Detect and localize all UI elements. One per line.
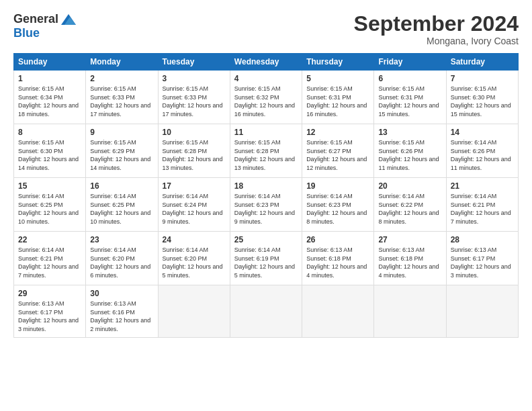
day-info: Sunrise: 6:14 AMSunset: 6:21 PMDaylight:… (451, 192, 514, 226)
calendar-table: Sunday Monday Tuesday Wednesday Thursday… (13, 53, 519, 337)
day-info: Sunrise: 6:15 AMSunset: 6:28 PMDaylight:… (234, 138, 298, 172)
day-info: Sunrise: 6:13 AMSunset: 6:18 PMDaylight:… (306, 246, 369, 279)
day-number: 8 (18, 128, 81, 137)
day-info: Sunrise: 6:15 AMSunset: 6:33 PMDaylight:… (90, 85, 153, 118)
day-info: Sunrise: 6:14 AMSunset: 6:20 PMDaylight:… (163, 246, 226, 279)
table-row (302, 285, 374, 337)
table-row: 1Sunrise: 6:15 AMSunset: 6:34 PMDaylight… (14, 71, 86, 124)
table-row: 21Sunrise: 6:14 AMSunset: 6:21 PMDayligh… (446, 178, 518, 232)
day-number: 6 (378, 74, 441, 83)
day-number: 24 (163, 235, 226, 244)
day-info: Sunrise: 6:15 AMSunset: 6:28 PMDaylight:… (163, 138, 226, 172)
calendar-week-row: 8Sunrise: 6:15 AMSunset: 6:30 PMDaylight… (14, 124, 519, 178)
day-info: Sunrise: 6:15 AMSunset: 6:32 PMDaylight:… (234, 85, 298, 118)
table-row: 22Sunrise: 6:14 AMSunset: 6:21 PMDayligh… (14, 232, 86, 285)
day-number: 21 (451, 181, 514, 191)
day-info: Sunrise: 6:14 AMSunset: 6:25 PMDaylight:… (90, 192, 153, 226)
table-row: 28Sunrise: 6:13 AMSunset: 6:17 PMDayligh… (446, 232, 518, 285)
table-row: 5Sunrise: 6:15 AMSunset: 6:31 PMDaylight… (302, 71, 374, 124)
day-number: 12 (306, 128, 369, 137)
logo-blue-text: Blue (13, 26, 40, 40)
day-info: Sunrise: 6:15 AMSunset: 6:31 PMDaylight:… (378, 85, 441, 118)
table-row: 17Sunrise: 6:14 AMSunset: 6:24 PMDayligh… (158, 178, 230, 232)
col-saturday: Saturday (446, 54, 518, 71)
day-number: 18 (234, 181, 298, 191)
day-info: Sunrise: 6:14 AMSunset: 6:24 PMDaylight:… (163, 192, 226, 226)
day-number: 4 (234, 74, 298, 83)
day-info: Sunrise: 6:15 AMSunset: 6:26 PMDaylight:… (378, 138, 441, 172)
table-row: 30Sunrise: 6:13 AMSunset: 6:16 PMDayligh… (86, 285, 158, 337)
day-info: Sunrise: 6:15 AMSunset: 6:29 PMDaylight:… (90, 138, 153, 172)
day-info: Sunrise: 6:15 AMSunset: 6:34 PMDaylight:… (18, 85, 81, 118)
table-row: 14Sunrise: 6:14 AMSunset: 6:26 PMDayligh… (446, 124, 518, 178)
month-title: September 2024 (354, 12, 519, 36)
title-block: September 2024 Mongana, Ivory Coast (354, 12, 519, 46)
day-number: 17 (163, 181, 226, 191)
table-row: 24Sunrise: 6:14 AMSunset: 6:20 PMDayligh… (158, 232, 230, 285)
col-sunday: Sunday (14, 54, 86, 71)
table-row (446, 285, 518, 337)
page: General Blue September 2024 Mongana, Ivo… (0, 0, 532, 411)
table-row: 13Sunrise: 6:15 AMSunset: 6:26 PMDayligh… (374, 124, 446, 178)
calendar-week-row: 29Sunrise: 6:13 AMSunset: 6:17 PMDayligh… (14, 285, 519, 337)
day-info: Sunrise: 6:14 AMSunset: 6:20 PMDaylight:… (90, 246, 153, 279)
col-wednesday: Wednesday (230, 54, 302, 71)
table-row (374, 285, 446, 337)
calendar-week-row: 1Sunrise: 6:15 AMSunset: 6:34 PMDaylight… (14, 71, 519, 124)
table-row: 19Sunrise: 6:14 AMSunset: 6:23 PMDayligh… (302, 178, 374, 232)
day-number: 19 (306, 181, 369, 191)
logo-icon (61, 14, 76, 25)
table-row: 26Sunrise: 6:13 AMSunset: 6:18 PMDayligh… (302, 232, 374, 285)
day-info: Sunrise: 6:15 AMSunset: 6:31 PMDaylight:… (306, 85, 369, 118)
day-info: Sunrise: 6:14 AMSunset: 6:22 PMDaylight:… (378, 192, 441, 226)
day-info: Sunrise: 6:14 AMSunset: 6:25 PMDaylight:… (18, 192, 81, 226)
table-row: 8Sunrise: 6:15 AMSunset: 6:30 PMDaylight… (14, 124, 86, 178)
table-row: 25Sunrise: 6:14 AMSunset: 6:19 PMDayligh… (230, 232, 302, 285)
day-info: Sunrise: 6:14 AMSunset: 6:26 PMDaylight:… (451, 138, 514, 172)
day-number: 2 (90, 74, 153, 83)
logo: General Blue (13, 12, 76, 40)
calendar-header-row: Sunday Monday Tuesday Wednesday Thursday… (14, 54, 519, 71)
day-number: 13 (378, 128, 441, 137)
table-row: 4Sunrise: 6:15 AMSunset: 6:32 PMDaylight… (230, 71, 302, 124)
table-row: 16Sunrise: 6:14 AMSunset: 6:25 PMDayligh… (86, 178, 158, 232)
day-number: 25 (234, 235, 298, 244)
table-row: 10Sunrise: 6:15 AMSunset: 6:28 PMDayligh… (158, 124, 230, 178)
day-number: 28 (451, 235, 514, 244)
col-friday: Friday (374, 54, 446, 71)
day-number: 10 (163, 128, 226, 137)
calendar-week-row: 22Sunrise: 6:14 AMSunset: 6:21 PMDayligh… (14, 232, 519, 285)
table-row: 3Sunrise: 6:15 AMSunset: 6:33 PMDaylight… (158, 71, 230, 124)
day-number: 15 (18, 181, 81, 191)
day-number: 23 (90, 235, 153, 244)
day-number: 20 (378, 181, 441, 191)
col-thursday: Thursday (302, 54, 374, 71)
day-number: 22 (18, 235, 81, 244)
day-info: Sunrise: 6:15 AMSunset: 6:30 PMDaylight:… (451, 85, 514, 118)
logo-general-text: General (13, 12, 58, 26)
day-info: Sunrise: 6:13 AMSunset: 6:17 PMDaylight:… (451, 246, 514, 279)
table-row: 18Sunrise: 6:14 AMSunset: 6:23 PMDayligh… (230, 178, 302, 232)
day-number: 14 (451, 128, 514, 137)
col-tuesday: Tuesday (158, 54, 230, 71)
calendar-week-row: 15Sunrise: 6:14 AMSunset: 6:25 PMDayligh… (14, 178, 519, 232)
day-number: 3 (163, 74, 226, 83)
day-number: 1 (18, 74, 81, 83)
day-info: Sunrise: 6:14 AMSunset: 6:21 PMDaylight:… (18, 246, 81, 279)
day-info: Sunrise: 6:15 AMSunset: 6:27 PMDaylight:… (306, 138, 369, 172)
day-info: Sunrise: 6:13 AMSunset: 6:17 PMDaylight:… (18, 300, 81, 333)
table-row: 6Sunrise: 6:15 AMSunset: 6:31 PMDaylight… (374, 71, 446, 124)
table-row: 2Sunrise: 6:15 AMSunset: 6:33 PMDaylight… (86, 71, 158, 124)
day-number: 16 (90, 181, 153, 191)
day-number: 9 (90, 128, 153, 137)
day-info: Sunrise: 6:15 AMSunset: 6:30 PMDaylight:… (18, 138, 81, 172)
day-number: 27 (378, 235, 441, 244)
day-info: Sunrise: 6:14 AMSunset: 6:23 PMDaylight:… (306, 192, 369, 226)
table-row (230, 285, 302, 337)
header: General Blue September 2024 Mongana, Ivo… (13, 12, 519, 46)
table-row: 7Sunrise: 6:15 AMSunset: 6:30 PMDaylight… (446, 71, 518, 124)
table-row: 9Sunrise: 6:15 AMSunset: 6:29 PMDaylight… (86, 124, 158, 178)
day-number: 7 (451, 74, 514, 83)
table-row: 12Sunrise: 6:15 AMSunset: 6:27 PMDayligh… (302, 124, 374, 178)
table-row: 15Sunrise: 6:14 AMSunset: 6:25 PMDayligh… (14, 178, 86, 232)
